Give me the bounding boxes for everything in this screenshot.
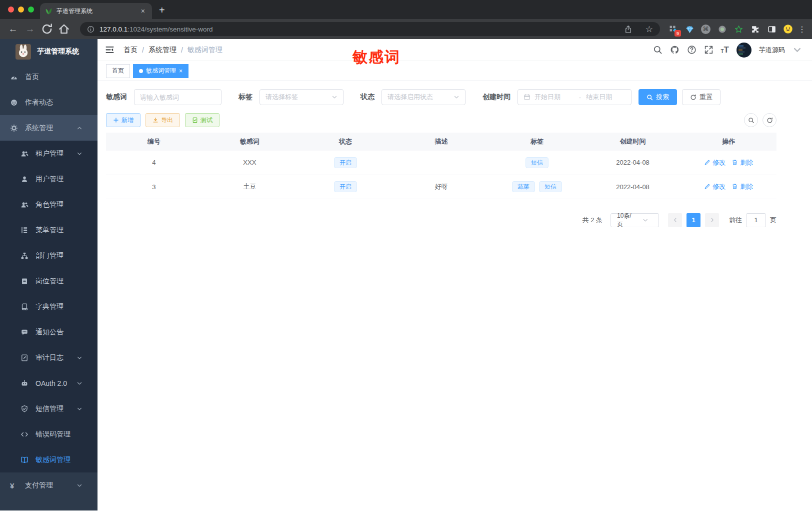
window-minimize-button[interactable] [18,7,24,13]
sidebar-item-post[interactable]: 岗位管理 [0,268,98,294]
robot-icon [20,379,28,387]
toggle-search-button[interactable] [744,113,758,127]
window-close-button[interactable] [8,7,14,13]
sidebar-item-audit[interactable]: 审计日志 [0,345,98,370]
chevron-down-icon[interactable] [792,45,802,55]
column-header: 敏感词 [202,133,298,151]
address-bar[interactable]: 127.0.0.1:1024/system/sensitive-word ☆ [80,22,660,36]
sidebar-item-sensitive[interactable]: 敏感词管理 [0,447,98,472]
extension-green-star-icon[interactable] [734,24,744,34]
keyword-input[interactable] [140,94,216,101]
back-icon[interactable]: ← [7,24,19,35]
share-icon[interactable] [624,25,632,34]
sidebar-logo-row[interactable]: 芋道管理系统 [0,39,98,64]
user-name[interactable]: 芋道源码 [759,46,785,55]
breadcrumb: 首页/系统管理/敏感词管理 [124,46,222,55]
sidebar-item-pay[interactable]: ¥支付管理 [0,472,98,498]
extensions-puzzle-icon[interactable] [750,24,760,34]
cell-id: 4 [106,151,202,175]
cell-created: 2022-04-08 [585,151,681,175]
breadcrumb-item[interactable]: 系统管理 [148,46,176,55]
browser-tab[interactable]: 芋道管理系统 × [40,3,152,19]
home-icon[interactable] [58,23,70,35]
test-button[interactable]: 测试 [185,113,220,127]
help-icon[interactable] [687,45,696,55]
sidebar-item-dict[interactable]: 字典管理 [0,294,98,319]
extension-circle-icon[interactable] [717,24,727,34]
sidebar-item-home[interactable]: 首页 [0,64,98,90]
user-avatar[interactable] [736,43,752,58]
sidebar-item-dept[interactable]: 部门管理 [0,243,98,268]
column-header: 状态 [298,133,394,151]
side-panel-icon[interactable] [766,24,776,34]
page-tab-敏感词管理[interactable]: 敏感词管理× [133,64,188,78]
dictionary-icon [20,303,28,311]
current-page-button[interactable]: 1 [686,213,700,227]
sidebar-item-sms[interactable]: 短信管理 [0,396,98,421]
window-zoom-button[interactable] [28,7,34,13]
refresh-table-button[interactable] [762,113,776,127]
tag-select[interactable]: 请选择标签 [260,89,344,105]
reload-icon[interactable] [41,23,53,35]
sidebar-item-label: 岗位管理 [36,277,64,286]
sidebar-item-menu[interactable]: 菜单管理 [0,217,98,243]
cell-status: 开启 [298,175,394,199]
cell-word: 土豆 [202,175,298,199]
sidebar-item-label: 敏感词管理 [36,455,70,464]
font-size-icon[interactable]: TT [721,46,730,54]
fullscreen-icon[interactable] [704,45,714,55]
sidebar-item-oauth[interactable]: OAuth 2.0 [0,370,98,396]
bookmark-star-icon[interactable]: ☆ [646,25,653,34]
gear-icon [10,124,18,132]
reset-button[interactable]: 重置 [682,89,720,105]
sidebar-item-author[interactable]: 作者动态 [0,90,98,115]
search-icon[interactable] [653,45,662,55]
page-tab-首页[interactable]: 首页 [106,64,130,78]
edit-link[interactable]: 修改 [704,158,726,167]
annotation-sensitive-word: 敏感词 [352,47,400,68]
extension-grid-diamond-icon[interactable]: 9 [668,24,678,34]
tab-close-icon[interactable]: × [139,7,147,15]
collapse-sidebar-icon[interactable] [105,45,114,55]
status-select[interactable]: 请选择启用状态 [382,89,466,105]
page-content: 敏感词 标签 请选择标签 状态 请选择启用状态 创建时间 开始日期 - [106,89,776,227]
shield-check-icon [20,405,28,413]
browser-menu-icon[interactable]: ⋮ [798,25,806,34]
export-button[interactable]: 导出 [146,113,180,127]
add-button[interactable]: 新增 [106,113,140,127]
chevron-down-icon [76,482,84,488]
page-size-select[interactable]: 10条/页 [610,213,659,227]
chevron-right-icon [710,217,715,223]
breadcrumb-item[interactable]: 首页 [124,46,138,55]
github-icon[interactable] [670,45,680,55]
site-info-icon[interactable] [87,26,94,33]
column-header: 描述 [394,133,490,151]
search-button[interactable]: 搜索 [638,89,677,105]
menu-tree-icon [20,226,28,234]
sidebar-item-tenant[interactable]: 租户管理 [0,141,98,166]
delete-link[interactable]: 删除 [732,158,753,167]
date-range-picker[interactable]: 开始日期 - 结束日期 [518,89,632,105]
delete-link[interactable]: 删除 [732,182,753,191]
forward-icon[interactable]: → [24,24,36,35]
sidebar-item-user[interactable]: 用户管理 [0,166,98,192]
next-page-button[interactable] [705,213,719,227]
edit-link[interactable]: 修改 [704,182,726,191]
plus-icon [113,117,119,123]
sidebar-item-errcode[interactable]: 错误码管理 [0,421,98,447]
prev-page-button[interactable] [668,213,682,227]
tab-close-icon[interactable]: × [179,68,182,75]
cell-actions: 修改删除 [680,175,776,199]
new-tab-button[interactable]: + [159,4,165,17]
extension-gem-icon[interactable] [684,24,694,34]
tag-label: 标签 [238,93,252,102]
sidebar-item-role[interactable]: 角色管理 [0,192,98,217]
profile-emoji-avatar[interactable] [783,24,793,34]
sidebar-item-system[interactable]: 系统管理 [0,115,98,141]
extension-command-icon[interactable]: ⌘ [701,25,710,34]
table-row: 4XXX开启短信2022-04-08修改删除 [106,151,776,175]
keyword-input-box [134,89,222,105]
header-icons: TT 芋道源码 [653,43,802,58]
goto-page-input[interactable] [746,213,766,227]
sidebar-item-notice[interactable]: 通知公告 [0,319,98,345]
